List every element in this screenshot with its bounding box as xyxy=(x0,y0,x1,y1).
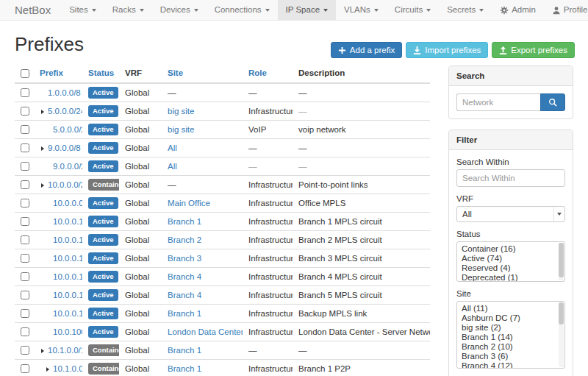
prefix-link[interactable]: 10.0.0.132/31 xyxy=(53,254,82,263)
site-link[interactable]: Branch 1 xyxy=(168,309,201,318)
status-badge[interactable]: Active xyxy=(88,124,118,135)
site-link[interactable]: Branch 1 xyxy=(168,217,201,226)
row-checkbox[interactable] xyxy=(21,327,29,336)
filter-option[interactable]: Branch 4 (12) xyxy=(462,361,564,369)
nav-item-circuits[interactable]: Circuits xyxy=(387,0,439,20)
status-badge[interactable]: Active xyxy=(88,87,118,99)
site-link[interactable]: Main Office xyxy=(168,199,210,207)
prefix-link[interactable]: 10.0.100.0/24 xyxy=(53,327,82,336)
row-checkbox[interactable] xyxy=(21,346,29,355)
filter-option[interactable]: Ashburn DC (7) xyxy=(462,313,564,323)
filter-option[interactable]: Reserved (4) xyxy=(462,263,564,273)
expand-caret-icon[interactable] xyxy=(41,110,44,114)
status-badge[interactable]: Active xyxy=(88,271,118,283)
nav-item-vlans[interactable]: VLANs xyxy=(336,0,387,20)
site-filter-listbox[interactable]: All (11)Ashburn DC (7)big site (2)Branch… xyxy=(456,301,565,369)
app-brand[interactable]: NetBox xyxy=(15,0,61,20)
prefix-link[interactable]: 10.1.0.0/24 xyxy=(53,364,82,373)
site-link[interactable]: Branch 4 xyxy=(168,272,201,281)
filter-option[interactable]: Branch 1 (14) xyxy=(462,333,564,342)
site-link[interactable]: Branch 3 xyxy=(168,254,201,263)
status-badge[interactable]: Active xyxy=(88,160,118,172)
column-header-role[interactable]: Role xyxy=(243,65,293,83)
nav-profile[interactable]: Profile xyxy=(544,0,588,20)
site-link[interactable]: big site xyxy=(168,125,194,134)
prefix-link[interactable]: 10.0.0.134/31 xyxy=(53,272,82,281)
export-prefixes-button[interactable]: Export prefixes xyxy=(492,42,575,58)
site-link[interactable]: Branch 2 xyxy=(168,235,201,244)
status-badge[interactable]: Active xyxy=(88,252,118,264)
filter-option[interactable]: Branch 3 (6) xyxy=(462,352,564,361)
prefix-link[interactable]: 5.0.0.0/24 xyxy=(48,107,82,116)
nav-item-secrets[interactable]: Secrets xyxy=(439,0,492,20)
status-badge[interactable]: Active xyxy=(88,308,118,319)
prefix-link[interactable]: 5.0.0.0/25 xyxy=(53,125,82,134)
filter-option[interactable]: Deprecated (1) xyxy=(462,273,564,282)
add-prefix-button[interactable]: Add a prefix xyxy=(331,42,402,58)
site-link[interactable]: All xyxy=(168,162,177,171)
status-badge[interactable]: Active xyxy=(88,289,118,301)
status-filter-listbox[interactable]: Container (16)Active (74)Reserved (4)Dep… xyxy=(456,241,565,282)
expand-caret-icon[interactable] xyxy=(41,183,44,188)
site-link[interactable]: Branch 1 xyxy=(168,346,201,355)
status-badge[interactable]: Container xyxy=(88,344,119,356)
site-link[interactable]: London Data Center xyxy=(168,327,243,336)
row-checkbox[interactable] xyxy=(21,88,29,97)
status-badge[interactable]: Active xyxy=(88,142,118,154)
nav-item-racks[interactable]: Racks xyxy=(104,0,152,20)
filter-option[interactable]: Container (16) xyxy=(462,244,564,254)
row-checkbox[interactable] xyxy=(21,235,29,244)
status-badge[interactable]: Active xyxy=(88,234,118,246)
row-checkbox[interactable] xyxy=(21,162,29,171)
row-checkbox[interactable] xyxy=(21,107,29,116)
search-input[interactable] xyxy=(456,93,540,111)
site-link[interactable]: Branch 4 xyxy=(168,291,201,299)
nav-item-connections[interactable]: Connections xyxy=(207,0,278,20)
filter-option[interactable]: Branch 2 (10) xyxy=(462,342,564,352)
scrollbar[interactable] xyxy=(559,302,564,367)
prefix-link[interactable]: 10.1.0.0/16 xyxy=(48,346,82,355)
site-link[interactable]: All xyxy=(168,143,177,152)
select-all-checkbox[interactable] xyxy=(21,69,29,78)
search-button[interactable] xyxy=(540,93,565,111)
nav-item-sites[interactable]: Sites xyxy=(61,0,104,20)
prefix-link[interactable]: 10.0.0.0/24 xyxy=(48,180,82,189)
search-within-input[interactable] xyxy=(456,169,565,187)
nav-item-devices[interactable]: Devices xyxy=(152,0,207,20)
prefix-link[interactable]: 10.0.0.0/31 xyxy=(53,199,82,207)
row-checkbox[interactable] xyxy=(21,291,29,299)
column-header-status[interactable]: Status xyxy=(82,65,119,83)
nav-item-ip-space[interactable]: IP Space xyxy=(278,0,336,20)
row-checkbox[interactable] xyxy=(21,364,29,373)
row-checkbox[interactable] xyxy=(21,309,29,318)
status-badge[interactable]: Active xyxy=(88,105,118,117)
row-checkbox[interactable] xyxy=(21,143,29,152)
expand-caret-icon[interactable] xyxy=(41,146,44,151)
prefix-link[interactable]: 1.0.0.0/8 xyxy=(48,88,81,97)
row-checkbox[interactable] xyxy=(21,125,29,134)
scrollbar[interactable] xyxy=(559,243,564,280)
row-checkbox[interactable] xyxy=(21,254,29,263)
nav-admin[interactable]: Admin xyxy=(492,0,544,20)
vrf-select[interactable]: All xyxy=(456,206,565,222)
row-checkbox[interactable] xyxy=(21,180,29,189)
expand-caret-icon[interactable] xyxy=(41,349,44,353)
filter-option[interactable]: big site (2) xyxy=(462,323,564,333)
row-checkbox[interactable] xyxy=(21,272,29,281)
column-header-prefix[interactable]: Prefix xyxy=(34,65,82,83)
status-badge[interactable]: Active xyxy=(88,216,118,227)
filter-option[interactable]: Active (74) xyxy=(462,254,564,263)
import-prefixes-button[interactable]: Import prefixes xyxy=(406,42,488,58)
row-checkbox[interactable] xyxy=(21,199,29,207)
prefix-link[interactable]: 10.0.0.138/31 xyxy=(53,309,82,318)
status-badge[interactable]: Container xyxy=(88,179,119,191)
site-link[interactable]: big site xyxy=(168,107,194,116)
prefix-link[interactable]: 10.0.0.128/31 xyxy=(53,217,82,226)
prefix-link[interactable]: 9.0.0.0/24 xyxy=(53,162,82,171)
expand-caret-icon[interactable] xyxy=(46,367,49,372)
row-checkbox[interactable] xyxy=(21,217,29,226)
status-badge[interactable]: Active xyxy=(88,197,118,209)
status-badge[interactable]: Active xyxy=(88,326,118,338)
filter-option[interactable]: All (11) xyxy=(462,304,564,313)
prefix-link[interactable]: 9.0.0.0/8 xyxy=(48,143,81,152)
